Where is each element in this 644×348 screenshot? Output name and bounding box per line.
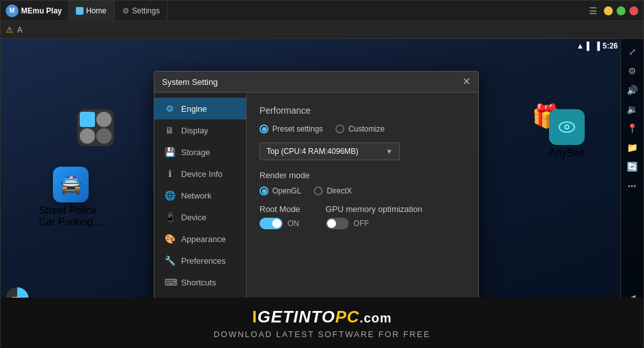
dialog-close-button[interactable]: ✕ [462,77,471,87]
watermark: IGETINTOPC.com Download Latest Software … [1,298,643,348]
nav-item-appearance[interactable]: 🎨 Appearance [154,228,246,250]
nav-item-device[interactable]: 📱 Device [154,206,246,228]
engine-nav-icon: ⚙ [165,103,175,114]
root-mode-toggle-control: ON [260,218,300,229]
customize-radio-label: Customize [348,125,384,133]
maximize-button[interactable] [617,6,626,15]
nav-item-network[interactable]: 🌐 Network [154,185,246,206]
menu-icon[interactable]: ☰ [589,6,597,16]
directx-radio-circle [314,186,323,195]
anysee-icon [549,109,585,145]
watermark-title: IGETINTOPC.com [252,307,392,327]
tab-home[interactable]: Home [68,1,115,21]
directx-radio-option[interactable]: DirectX [314,186,351,195]
logo-icon: M [6,4,18,17]
opengl-radio-label: OpenGL [272,186,301,195]
sidebar-volume-up-icon[interactable]: 🔊 [625,82,640,98]
sidebar-more-icon[interactable]: ••• [625,178,640,193]
app-group-cell-4 [96,128,112,144]
nav-item-preferences[interactable]: 🔧 Preferences [154,250,246,271]
gpu-memory-toggle[interactable] [326,218,349,229]
device-info-nav-label: Device Info [181,169,223,179]
street-police-icon: 🚔 [53,167,89,202]
render-radio-group: OpenGL DirectX [260,186,465,195]
main-content: ▲ ▌ ▐ 5:26 🚔 Street Police Car Parking..… [1,39,643,348]
time-display: 5:26 [603,42,618,50]
watermark-com: .com [360,311,392,325]
anysee-app[interactable]: AnySee [541,109,592,159]
appearance-nav-icon: 🎨 [165,234,175,244]
close-button[interactable] [629,6,638,15]
logo-text: MEmu Play [21,6,62,15]
gpu-memory-toggle-group: GPU memory optimization OFF [326,204,423,229]
window-controls: ☰ [589,6,638,16]
root-mode-toggle[interactable] [260,218,282,229]
nav-item-storage[interactable]: 💾 Storage [154,141,246,163]
sidebar-resize-icon[interactable]: ⤢ [625,44,640,59]
emulator-window: M MEmu Play Home ⚙ Settings ☰ ⚠ A [0,0,644,348]
sidebar-folder-icon[interactable]: 📁 [625,140,640,155]
toolbar: ⚠ A [1,21,643,39]
watermark-pc: PC [335,307,360,326]
anysee-label: AnySee [549,148,585,159]
watermark-into: INTO [293,307,335,326]
home-tab-label: Home [86,6,106,15]
nav-item-display[interactable]: 🖥 Display [154,119,246,141]
street-police-label: Street Police Car Parking... [39,205,103,228]
sidebar-sync-icon[interactable]: 🔄 [625,159,640,174]
customize-radio-option[interactable]: Customize [335,125,384,133]
nav-item-engine[interactable]: ⚙ Engine [154,98,246,119]
title-bar: M MEmu Play Home ⚙ Settings ☰ [1,1,643,21]
directx-radio-label: DirectX [326,186,351,195]
signal-icon: ▌ [587,42,592,50]
eye-svg [557,117,576,137]
preset-dropdown[interactable]: Top (CPU:4 RAM:4096MB) ▼ [260,142,400,160]
customize-radio-circle [335,125,344,133]
render-mode-label: Render mode [260,170,465,180]
settings-tab-label: Settings [132,6,159,15]
sidebar-settings-icon[interactable]: ⚙ [625,63,640,79]
appearance-nav-label: Appearance [181,234,226,244]
network-nav-icon: 🌐 [165,190,175,200]
preset-radio-option[interactable]: Preset settings [260,125,323,133]
minimize-button[interactable] [604,6,613,15]
root-mode-toggle-group: Root Mode ON [260,204,300,229]
display-nav-label: Display [181,126,209,135]
device-info-nav-icon: ℹ [165,169,175,179]
performance-radio-group: Preset settings Customize [260,125,465,133]
sidebar-location-icon[interactable]: 📍 [625,121,640,136]
warning-icon: ⚠ [6,25,13,34]
battery-icon: ▐ [594,42,600,50]
svg-point-2 [566,126,568,128]
preset-radio-circle [260,125,268,133]
sidebar-volume-down-icon[interactable]: 🔉 [625,102,640,117]
dialog-title-bar: System Setting ✕ [154,72,478,93]
performance-section-title: Performance [260,105,465,116]
gpu-memory-toggle-control: OFF [326,218,423,229]
engine-nav-label: Engine [181,104,207,114]
app-group[interactable] [77,109,114,149]
preferences-nav-icon: 🔧 [165,255,175,266]
app-group-cell-2 [96,112,112,127]
nav-item-shortcuts[interactable]: ⌨ Shortcuts [154,271,246,293]
nav-item-device-info[interactable]: ℹ Device Info [154,163,246,185]
opengl-radio-circle [260,186,268,195]
street-police-app[interactable]: 🚔 Street Police Car Parking... [39,167,103,228]
preset-radio-label: Preset settings [272,125,323,133]
preset-dropdown-value: Top (CPU:4 RAM:4096MB) [267,147,358,156]
dialog-title: System Setting [162,77,217,87]
preferences-nav-label: Preferences [181,256,226,266]
network-nav-label: Network [181,191,212,200]
tab-settings[interactable]: ⚙ Settings [115,1,168,21]
dropdown-arrow-icon: ▼ [386,148,393,155]
app-group-cell-1 [80,112,95,127]
opengl-radio-option[interactable]: OpenGL [260,186,301,195]
watermark-i: I [252,307,257,326]
device-nav-label: Device [181,213,207,222]
shortcuts-nav-label: Shortcuts [181,278,216,287]
storage-nav-label: Storage [181,148,210,157]
storage-nav-icon: 💾 [165,147,175,157]
root-mode-value: ON [288,219,299,228]
logo-memu: MEmu Play [21,6,62,15]
toolbar-a-label: A [17,26,22,34]
